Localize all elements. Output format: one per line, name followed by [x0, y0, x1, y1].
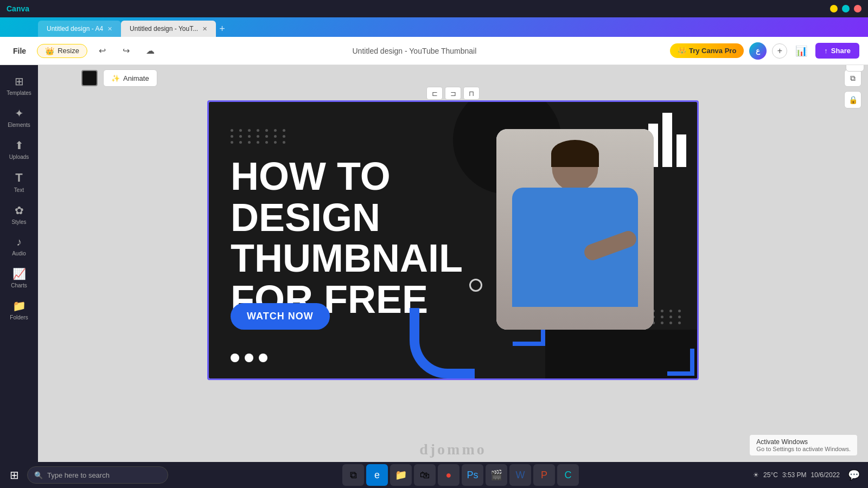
- sidebar-templates-label: Templates: [7, 90, 31, 96]
- add-tab-button[interactable]: +: [219, 23, 225, 35]
- headline-text: HOW TO DESIGN THUMBNAIL FOR FREE: [231, 156, 480, 320]
- sidebar-item-styles[interactable]: ✿ Styles: [2, 200, 36, 229]
- animate-button[interactable]: ✨ Animate: [103, 69, 157, 87]
- taskbar-right: ☀ 25°C 3:53 PM 10/6/2022 💬: [753, 465, 864, 485]
- slide-dots: [231, 354, 267, 362]
- uploads-icon: ⬆: [15, 139, 24, 152]
- tab-a4-close[interactable]: ✕: [107, 25, 112, 33]
- sidebar-item-charts[interactable]: 📈 Charts: [2, 263, 36, 293]
- taskbar-app-explorer[interactable]: 📁: [390, 464, 412, 486]
- try-pro-label: Try Canva Pro: [689, 47, 736, 55]
- pro-crown-icon: 👑: [678, 47, 686, 55]
- taskbar-time: 3:53 PM: [782, 471, 807, 479]
- taskbar-app-ps[interactable]: Ps: [462, 464, 483, 486]
- taskbar-app-ppt[interactable]: P: [533, 464, 555, 486]
- resize-button[interactable]: 👑 Resize: [37, 44, 87, 58]
- taskbar-date: 10/6/2022: [811, 471, 840, 479]
- decorative-bars: [648, 113, 686, 167]
- undo-button[interactable]: ↩: [94, 42, 111, 60]
- charts-icon: 📈: [12, 267, 26, 280]
- notification-icon[interactable]: 💬: [844, 465, 864, 485]
- file-menu[interactable]: File: [9, 44, 30, 57]
- sidebar-item-uploads[interactable]: ⬆ Uploads: [2, 134, 36, 164]
- canvas-resize-handles: ⊏ ⊐ ⊓: [426, 87, 480, 100]
- sidebar-uploads-label: Uploads: [9, 154, 29, 160]
- sidebar: ⊞ Templates ✦ Elements ⬆ Uploads T Text …: [0, 65, 38, 488]
- tab-youtube-close[interactable]: ✕: [202, 25, 207, 33]
- animate-icon: ✨: [111, 74, 120, 82]
- tabbar: Untitled design - A4 ✕ Untitled design -…: [0, 17, 868, 37]
- activate-title: Activate Windows: [756, 438, 851, 446]
- close-button[interactable]: [854, 5, 861, 12]
- sidebar-item-elements[interactable]: ✦ Elements: [2, 102, 36, 132]
- taskbar-app-chrome[interactable]: ●: [438, 464, 459, 486]
- curved-accent: [410, 308, 475, 378]
- canvas-wrapper[interactable]: ⊏ ⊐ ⊓: [207, 100, 699, 380]
- share-label: Share: [831, 47, 851, 55]
- animate-label: Animate: [123, 74, 149, 82]
- windows-taskbar: ⊞ 🔍 Type here to search ⧉ e 📁 🛍 ● Ps 🎬 W…: [0, 462, 868, 488]
- dot-2: [245, 354, 253, 362]
- sidebar-charts-label: Charts: [11, 282, 27, 288]
- canvas-content: HOW TO DESIGN THUMBNAIL FOR FREE WATCH N…: [209, 102, 697, 378]
- cloud-save-button[interactable]: ☁: [142, 42, 159, 60]
- resize-handle-center[interactable]: ⊐: [445, 87, 461, 100]
- watermark: djommo: [419, 441, 487, 458]
- person-photo: [496, 129, 654, 330]
- cta-label: WATCH NOW: [247, 311, 314, 322]
- refresh-button[interactable]: ↻: [846, 65, 864, 72]
- person-hair: [551, 140, 599, 167]
- text-icon: T: [15, 171, 22, 185]
- taskbar-app-store[interactable]: 🛍: [414, 464, 436, 486]
- taskbar-app-6[interactable]: C: [557, 464, 579, 486]
- activate-msg: Go to Settings to activate Windows.: [756, 446, 851, 452]
- sidebar-item-audio[interactable]: ♪ Audio: [2, 232, 36, 261]
- tab-a4-label: Untitled design - A4: [47, 25, 103, 33]
- dot-grid-topleft: [231, 129, 288, 144]
- taskbar-search[interactable]: 🔍 Type here to search: [27, 466, 168, 484]
- elements-icon: ✦: [15, 107, 24, 120]
- titlebar: Canva: [0, 0, 868, 17]
- user-avatar[interactable]: ع: [749, 42, 767, 60]
- sidebar-item-templates[interactable]: ⊞ Templates: [2, 70, 36, 100]
- redo-button[interactable]: ↪: [118, 42, 135, 60]
- tab-youtube[interactable]: Untitled design - YouT... ✕: [121, 21, 216, 37]
- taskbar-app-edge[interactable]: e: [366, 464, 388, 486]
- lock-icon-button[interactable]: 🔒: [844, 91, 861, 108]
- sidebar-item-folders[interactable]: 📁 Folders: [2, 295, 36, 325]
- bottom-right-bracket: [667, 349, 694, 376]
- resize-handle-left[interactable]: ⊏: [426, 87, 443, 100]
- toolbar: File 👑 Resize ↩ ↪ ☁ Untitled design - Yo…: [0, 37, 868, 65]
- analytics-button[interactable]: 📊: [793, 42, 810, 60]
- main-area: ⊞ Templates ✦ Elements ⬆ Uploads T Text …: [0, 65, 868, 488]
- start-button[interactable]: ⊞: [4, 465, 24, 485]
- resize-label: Resize: [58, 47, 79, 55]
- minimize-button[interactable]: [830, 5, 838, 12]
- headline-line1: HOW TO DESIGN: [231, 155, 391, 239]
- taskbar-app-5[interactable]: 🎬: [486, 464, 507, 486]
- tab-youtube-label: Untitled design - YouT...: [130, 25, 198, 33]
- invite-button[interactable]: +: [772, 43, 787, 59]
- crown-icon: 👑: [45, 47, 54, 55]
- taskbar-app-1[interactable]: ⧉: [342, 464, 364, 486]
- styles-icon: ✿: [15, 204, 24, 217]
- watermark-text: djommo: [419, 441, 487, 458]
- search-placeholder: Type here to search: [47, 471, 110, 479]
- activate-windows-notice: Activate Windows Go to Settings to activ…: [750, 435, 857, 455]
- maximize-button[interactable]: [842, 5, 850, 12]
- sidebar-item-text[interactable]: T Text: [2, 166, 36, 197]
- filter-icon-button[interactable]: ⧉: [844, 69, 861, 87]
- sidebar-text-label: Text: [14, 187, 24, 193]
- share-icon: ↑: [824, 47, 828, 55]
- color-picker[interactable]: [81, 70, 98, 86]
- taskbar-app-word[interactable]: W: [509, 464, 531, 486]
- sidebar-styles-label: Styles: [11, 219, 26, 225]
- canva-logo: Canva: [7, 4, 29, 13]
- tab-a4[interactable]: Untitled design - A4 ✕: [38, 21, 121, 37]
- share-button[interactable]: ↑ Share: [815, 43, 859, 59]
- folders-icon: 📁: [12, 299, 26, 312]
- resize-handle-right[interactable]: ⊓: [463, 87, 480, 100]
- audio-icon: ♪: [16, 236, 22, 248]
- headline-line2: THUMBNAIL: [231, 236, 463, 280]
- try-canva-pro-button[interactable]: 👑 Try Canva Pro: [670, 43, 744, 58]
